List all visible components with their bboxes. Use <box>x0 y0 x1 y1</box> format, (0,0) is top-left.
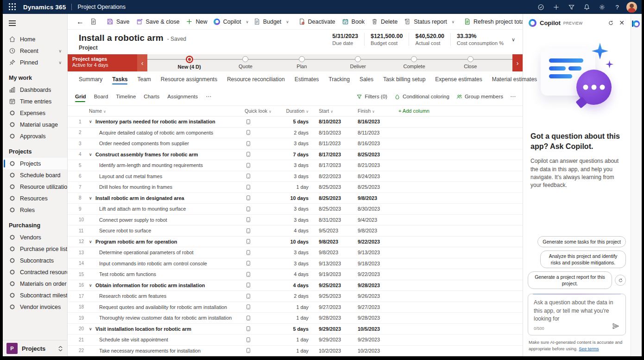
sidebar-item[interactable]: Expenses <box>3 107 67 119</box>
table-row[interactable]: 1 ∨ Inventory parts needed for robotic a… <box>68 116 523 128</box>
status-report-button[interactable]: Status report <box>401 16 450 27</box>
finish-date-cell[interactable]: 8/21/2023 <box>354 162 398 168</box>
sidebar-item[interactable]: Dashboards <box>3 84 67 96</box>
record-tab[interactable]: Tasks <box>112 76 127 86</box>
start-date-cell[interactable]: 9/27/2023 <box>312 304 354 310</box>
start-date-cell[interactable]: 9/8/2023 <box>312 239 354 244</box>
task-name-cell[interactable]: ∨ Install robotic arm in designated area <box>89 195 239 201</box>
duration-cell[interactable]: 3 days <box>283 217 312 223</box>
settings-gear-icon[interactable] <box>596 1 608 13</box>
table-row[interactable]: 11 ∨ Secure robot to surface 4 days 9/5/… <box>68 225 523 237</box>
duration-cell[interactable]: 7 days <box>283 152 312 157</box>
record-tab[interactable]: Expense estimates <box>435 76 482 86</box>
quick-look-cell[interactable] <box>239 184 283 190</box>
table-row[interactable]: 16 ∨ Obtain information for robotic arm … <box>68 280 523 291</box>
table-row[interactable]: 19 ∨ Thoroughly review customer data for… <box>68 313 523 324</box>
duration-cell[interactable]: 4 days <box>283 228 312 233</box>
table-row[interactable]: 15 ∨ Test robotic arm functions 4 days 9… <box>68 269 523 280</box>
task-name-cell[interactable]: ∨ Program robotic arm for operation <box>89 239 239 244</box>
back-button[interactable]: ← <box>72 17 88 27</box>
table-row[interactable]: 17 ∨ Research robotic arm features 2 day… <box>68 291 523 302</box>
finish-date-cell[interactable]: 9/29/2023 <box>354 337 398 342</box>
record-tab[interactable]: Team <box>137 76 151 86</box>
notifications-bell-icon[interactable] <box>581 1 593 13</box>
view-tab[interactable]: Charts <box>144 94 159 102</box>
bpf-stage[interactable]: Quote <box>217 54 273 71</box>
send-icon[interactable] <box>611 321 621 331</box>
duration-cell[interactable]: 3 days <box>283 174 312 179</box>
quick-look-cell[interactable] <box>239 151 283 157</box>
add-column-button[interactable]: + Add column <box>398 108 523 114</box>
column-header-duration[interactable]: Duration∨ <box>283 108 312 114</box>
record-tab[interactable]: Tracking <box>328 76 350 86</box>
task-name-cell[interactable]: ∨ Layout and cut metal frames <box>89 174 239 179</box>
view-action-button[interactable]: Filters (0) <box>356 94 387 100</box>
collapse-chevron-icon[interactable]: ∨ <box>89 283 94 288</box>
finish-date-cell[interactable]: 10/5/2023 <box>354 326 398 332</box>
task-name-cell[interactable]: ∨ Connect power supply to robot <box>89 217 239 223</box>
start-date-cell[interactable]: 8/10/2023 <box>312 119 354 124</box>
table-row[interactable]: 21 ∨ Schedule site visit appointment 1 d… <box>68 334 523 346</box>
quick-create-plus-icon[interactable] <box>550 1 562 13</box>
table-row[interactable]: 5 ∨ Identify arm-length and mounting req… <box>68 160 523 171</box>
task-name-cell[interactable]: ∨ Take necessary measurements for instal… <box>89 348 239 354</box>
deactivate-button[interactable]: Deactivate <box>295 16 339 27</box>
table-row[interactable]: 20 ∨ Visit installation location for rob… <box>68 324 523 335</box>
table-row[interactable]: 13 ∨ Determine operational parameters of… <box>68 247 523 258</box>
table-row[interactable]: 8 ∨ Install robotic arm in designated ar… <box>68 193 523 204</box>
view-tab[interactable]: Assignments <box>167 94 198 102</box>
duration-cell[interactable]: 2 days <box>283 293 312 299</box>
finish-date-cell[interactable]: 9/26/2023 <box>354 293 398 299</box>
header-collapse-chevron-icon[interactable]: ∨ <box>511 37 515 43</box>
sidebar-item[interactable]: Schedule board <box>3 169 67 181</box>
table-row[interactable]: 3 ∨ Order needed components from supplie… <box>68 138 523 149</box>
duration-cell[interactable]: 3 days <box>283 141 312 146</box>
start-date-cell[interactable]: 8/31/2023 <box>312 217 354 223</box>
finish-date-cell[interactable]: 8/11/2023 <box>354 130 398 135</box>
table-row[interactable]: 18 ∨ Request quotes and availability for… <box>68 302 523 313</box>
duration-cell[interactable]: 3 days <box>283 162 312 168</box>
quick-look-cell[interactable] <box>239 119 283 125</box>
suggestion-pill[interactable]: Generate a project report for this proje… <box>528 271 612 289</box>
table-row[interactable]: 22 ∨ Take necessary measurements for ins… <box>68 346 523 357</box>
area-switcher[interactable]: P Projects <box>3 340 67 356</box>
quick-look-cell[interactable] <box>239 206 283 212</box>
table-row[interactable]: 14 ∨ Input commands into robotic arm con… <box>68 258 523 270</box>
duration-cell[interactable]: 10 days <box>283 195 312 201</box>
finish-date-cell[interactable]: 9/18/2023 <box>354 261 398 266</box>
sidebar-item[interactable]: Time entries <box>3 96 67 107</box>
budget-split-chevron-icon[interactable]: ∨ <box>284 18 290 26</box>
start-date-cell[interactable]: 8/17/2023 <box>312 162 354 168</box>
sidebar-item[interactable]: Purchase price lists <box>3 243 67 255</box>
suggestion-pill[interactable]: Generate some tasks for this project <box>537 236 626 247</box>
table-row[interactable]: 4 ∨ Construct assembly frames for roboti… <box>68 149 523 161</box>
table-row[interactable]: 7 ∨ Drill holes for mounting in frames 1… <box>68 182 523 193</box>
quick-look-cell[interactable] <box>239 217 283 223</box>
view-action-button[interactable]: Conditional coloring <box>394 94 449 100</box>
table-row[interactable]: 9 ∨ Lift and attach arm to mounting surf… <box>68 204 523 215</box>
start-date-cell[interactable]: 9/5/2023 <box>312 228 354 233</box>
start-date-cell[interactable]: 10/2/2023 <box>312 348 354 354</box>
task-name-cell[interactable]: ∨ Obtain information for robotic arm ins… <box>89 283 239 288</box>
view-action-button[interactable]: Group members <box>456 94 503 100</box>
task-name-cell[interactable]: ∨ Input commands into robotic arm contro… <box>89 261 239 266</box>
quick-look-cell[interactable] <box>239 271 283 277</box>
view-tab[interactable]: Grid <box>75 94 86 102</box>
table-row[interactable]: 6 ∨ Layout and cut metal frames 3 days 8… <box>68 171 523 182</box>
app-launcher-waffle-icon[interactable] <box>6 2 19 12</box>
quick-look-cell[interactable] <box>239 141 283 147</box>
start-date-cell[interactable]: 9/25/2023 <box>312 293 354 299</box>
duration-cell[interactable]: 1 day <box>283 184 312 190</box>
user-avatar[interactable] <box>626 2 637 13</box>
sidebar-item[interactable]: Vendor invoices <box>3 301 67 313</box>
copilot-chat-input[interactable]: Ask a question about the data in this ap… <box>528 294 626 335</box>
table-row[interactable]: 2 ∨ Acquire detailed catalog of robotic … <box>68 128 523 139</box>
app-name[interactable]: Project Operations <box>77 4 126 10</box>
task-name-cell[interactable]: ∨ Test robotic arm functions <box>89 271 239 277</box>
record-tab[interactable]: Task billing setup <box>383 76 425 86</box>
bpf-previous-chevron-icon[interactable]: ‹ <box>137 54 147 71</box>
collapse-chevron-icon[interactable]: ∨ <box>89 119 94 124</box>
duration-cell[interactable]: 5 days <box>283 119 312 124</box>
start-date-cell[interactable]: 9/25/2023 <box>312 283 354 288</box>
help-icon[interactable]: ? <box>611 1 623 13</box>
